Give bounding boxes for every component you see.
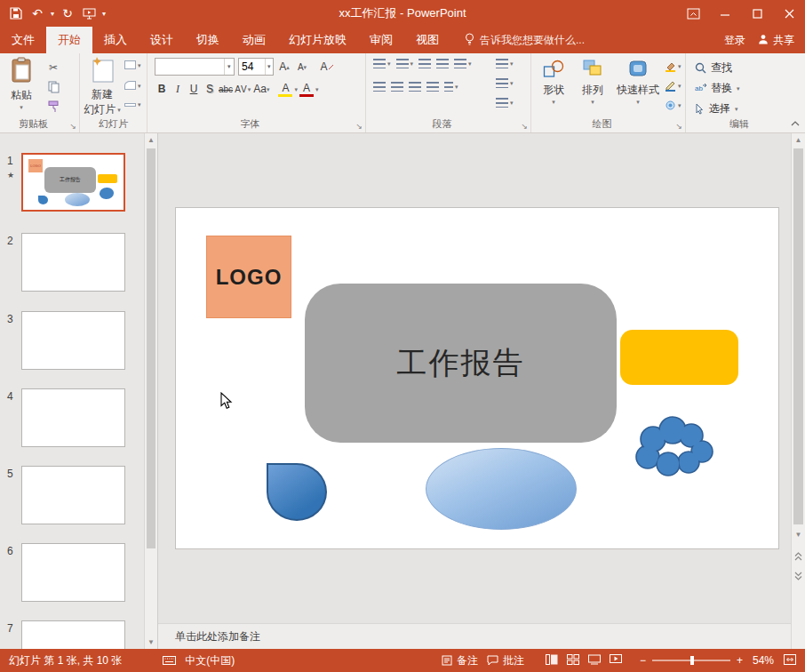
comments-toggle-button[interactable]: 批注 [487, 653, 524, 668]
find-button[interactable]: 查找 [695, 60, 732, 76]
paste-button[interactable]: 粘贴 ▾ [5, 57, 37, 110]
tell-me-box[interactable]: 告诉我您想要做什么... [465, 27, 585, 53]
cut-icon[interactable]: ✂ [44, 59, 62, 76]
slide-layout-button[interactable]: ▾ [124, 60, 141, 69]
collapse-ribbon-icon[interactable] [791, 116, 800, 129]
quick-styles-button[interactable]: 快速样式 ▾ [613, 59, 663, 105]
slideshow-view-icon[interactable] [610, 654, 622, 668]
slide-thumbnail-4[interactable] [21, 388, 125, 447]
align-left-icon[interactable] [373, 82, 386, 92]
start-slideshow-icon[interactable] [78, 0, 100, 27]
share-button[interactable]: 共享 [758, 33, 794, 48]
slide-thumbnail-2[interactable] [21, 233, 125, 292]
previous-slide-icon[interactable] [792, 549, 805, 563]
slide-thumbnail-5[interactable] [21, 466, 125, 524]
tab-view[interactable]: 视图 [404, 27, 450, 53]
arrange-button[interactable]: 排列 ▾ [574, 59, 611, 105]
paragraph-dialog-launcher-icon[interactable]: ↘ [521, 122, 528, 131]
copy-icon[interactable] [44, 78, 62, 95]
logo-shape[interactable]: LOGO [206, 236, 291, 318]
columns-button[interactable]: ▾ [444, 82, 458, 92]
decrease-indent-icon[interactable] [418, 59, 431, 68]
shape-effects-button[interactable]: ▾ [665, 100, 681, 111]
main-scroll-up-icon[interactable]: ▲ [792, 133, 805, 147]
underline-button[interactable]: U [187, 81, 201, 97]
yellow-rounded-rectangle-shape[interactable] [620, 330, 738, 385]
redo-button[interactable]: ↻ [57, 0, 78, 27]
slide-number-indicator[interactable]: 幻灯片 第 1 张, 共 10 张 [9, 653, 122, 668]
font-size-input[interactable] [239, 59, 265, 75]
format-painter-icon[interactable] [44, 98, 62, 115]
text-highlight-button[interactable]: A [278, 81, 292, 97]
tab-slideshow[interactable]: 幻灯片放映 [277, 27, 358, 53]
ribbon-display-options-icon[interactable] [677, 0, 709, 27]
customize-qat-icon[interactable]: ▾ [100, 0, 108, 27]
thumbnail-scrollbar-thumb[interactable] [147, 148, 155, 548]
clipboard-dialog-launcher-icon[interactable]: ↘ [69, 122, 76, 131]
shrink-font-button[interactable]: A▾ [295, 59, 309, 75]
tab-file[interactable]: 文件 [0, 27, 46, 53]
scroll-up-icon[interactable]: ▲ [145, 133, 157, 147]
normal-view-icon[interactable] [546, 654, 558, 668]
zoom-out-icon[interactable]: − [640, 654, 646, 667]
zoom-percentage[interactable]: 54% [749, 654, 774, 667]
increase-indent-icon[interactable] [436, 59, 449, 68]
language-indicator[interactable]: 中文(中国) [185, 653, 235, 668]
tab-transitions[interactable]: 切换 [185, 27, 231, 53]
smartart-convert-button[interactable]: ▾ [496, 98, 514, 108]
main-scroll-down-icon[interactable]: ▼ [792, 528, 805, 541]
font-size-dropdown-icon[interactable]: ▾ [265, 59, 273, 75]
font-color-button[interactable]: A [299, 81, 314, 97]
reset-slide-button[interactable]: ▾ [124, 81, 141, 90]
grow-font-button[interactable]: A▴ [277, 59, 291, 75]
bullets-button[interactable]: ▾ [373, 59, 391, 68]
undo-dropdown-icon[interactable]: ▾ [48, 0, 57, 27]
tab-home[interactable]: 开始 [46, 27, 92, 53]
reading-view-icon[interactable] [588, 654, 601, 668]
replace-button[interactable]: ab 替换 ▾ [695, 81, 740, 96]
text-direction-button[interactable]: ▾ [496, 59, 514, 68]
slide-canvas[interactable]: LOGO 工作报告 [175, 207, 779, 549]
sign-in-link[interactable]: 登录 [724, 33, 745, 48]
save-icon[interactable] [5, 0, 27, 27]
main-scrollbar-thumb[interactable] [793, 148, 803, 524]
tab-insert[interactable]: 插入 [92, 27, 139, 53]
section-button[interactable]: ▾ [124, 101, 141, 108]
ellipse-shape[interactable] [426, 448, 577, 530]
highlight-dropdown-icon[interactable]: ▾ [294, 86, 298, 92]
tab-animations[interactable]: 动画 [231, 27, 277, 53]
font-dialog-launcher-icon[interactable]: ↘ [355, 122, 363, 131]
line-spacing-button[interactable]: ▾ [454, 59, 472, 68]
paste-dropdown-icon[interactable]: ▾ [20, 104, 23, 110]
clear-formatting-button[interactable]: A [320, 59, 334, 75]
notes-pane[interactable]: 单击此处添加备注 [158, 623, 791, 649]
maximize-icon[interactable] [741, 0, 773, 27]
zoom-slider[interactable] [652, 660, 730, 661]
change-case-button[interactable]: Aa▾ [253, 81, 269, 97]
bold-button[interactable]: B [155, 81, 169, 97]
font-name-dropdown-icon[interactable]: ▾ [224, 59, 234, 75]
strikethrough-button[interactable]: abc [219, 81, 233, 97]
teardrop-shape[interactable] [267, 463, 327, 521]
align-center-icon[interactable] [391, 82, 403, 92]
tab-review[interactable]: 审阅 [358, 27, 404, 53]
fit-to-window-icon[interactable] [784, 654, 796, 668]
zoom-slider-thumb[interactable] [690, 656, 694, 665]
font-color-dropdown-icon[interactable]: ▾ [315, 86, 319, 92]
character-spacing-button[interactable]: AV▾ [235, 81, 251, 97]
notes-toggle-button[interactable]: 备注 [442, 653, 478, 668]
thumbnail-scrollbar[interactable]: ▲ ▼ [144, 133, 157, 649]
next-slide-icon[interactable] [792, 569, 805, 582]
font-size-combo[interactable]: ▾ [238, 58, 274, 76]
slide-thumbnail-6[interactable] [21, 543, 125, 602]
font-name-input[interactable] [155, 59, 224, 75]
shapes-button[interactable]: 形状 ▾ [535, 59, 572, 105]
shape-fill-button[interactable]: ▾ [665, 60, 681, 72]
slide-thumbnail-7[interactable] [21, 620, 125, 649]
scroll-down-icon[interactable]: ▼ [145, 636, 157, 649]
drawing-dialog-launcher-icon[interactable]: ↘ [675, 122, 682, 131]
slide-sorter-view-icon[interactable] [567, 654, 579, 668]
slide-thumbnail-1[interactable]: LOGO 工作报告 [21, 153, 125, 212]
italic-button[interactable]: I [171, 81, 185, 97]
tab-design[interactable]: 设计 [139, 27, 185, 53]
